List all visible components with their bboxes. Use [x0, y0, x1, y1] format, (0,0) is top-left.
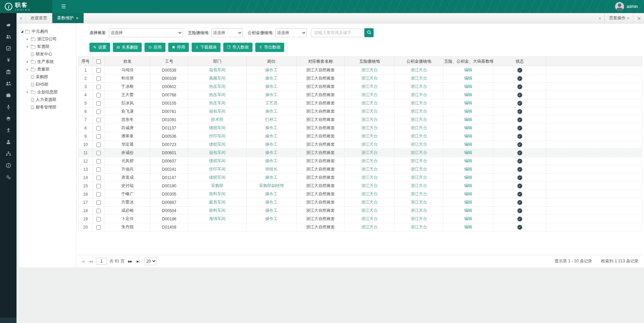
- import-data-button[interactable]: ❐导入数据: [223, 43, 253, 52]
- team-icon[interactable]: [6, 81, 11, 86]
- tree-item[interactable]: ▸质量部: [20, 65, 75, 73]
- tree-item[interactable]: ▸浙江D公司: [20, 35, 75, 43]
- enable-button[interactable]: ⊙启用: [144, 43, 165, 52]
- edit-link[interactable]: 编辑: [464, 109, 472, 114]
- edit-link[interactable]: 编辑: [464, 150, 472, 155]
- export-data-button[interactable]: ⇧导出数据: [255, 43, 284, 52]
- tree-item[interactable]: 人力资源部: [20, 96, 75, 103]
- tree-item[interactable]: 财务管理部: [20, 103, 75, 111]
- caret-expanded-icon[interactable]: ◢: [20, 30, 24, 33]
- search-button[interactable]: [364, 28, 374, 37]
- row-checkbox[interactable]: [96, 118, 101, 122]
- row-checkbox[interactable]: [96, 192, 101, 197]
- collapse-rail-button[interactable]: [0, 317, 17, 323]
- edit-link[interactable]: 编辑: [464, 183, 472, 188]
- row-checkbox[interactable]: [96, 76, 101, 81]
- edit-link[interactable]: 编辑: [464, 200, 472, 205]
- tasks-icon[interactable]: [6, 45, 11, 51]
- insurance-place-select[interactable]: 请选择: [211, 28, 243, 37]
- bank-icon[interactable]: [6, 69, 11, 75]
- edit-link[interactable]: 编辑: [464, 76, 472, 81]
- users-icon[interactable]: [6, 34, 11, 40]
- caret-right-icon[interactable]: ▸: [26, 90, 29, 94]
- tab-scroll-right-icon[interactable]: »: [595, 13, 604, 23]
- org-icon[interactable]: [6, 151, 11, 157]
- tree-item[interactable]: EHS部: [20, 81, 75, 88]
- user-icon[interactable]: [6, 139, 11, 145]
- tree-item[interactable]: 采购部: [20, 73, 75, 81]
- row-checkbox[interactable]: [96, 93, 101, 97]
- page-size-select[interactable]: 20: [144, 257, 157, 265]
- edit-link[interactable]: 编辑: [464, 142, 472, 147]
- row-checkbox[interactable]: [96, 151, 101, 155]
- row-checkbox[interactable]: [96, 167, 101, 172]
- row-checkbox[interactable]: [96, 225, 101, 230]
- next-page-icon[interactable]: ▶▶: [127, 259, 133, 264]
- caret-right-icon[interactable]: ▸: [26, 37, 29, 41]
- last-page-icon[interactable]: ▶|: [136, 259, 140, 264]
- tree-root[interactable]: ◢ 中元易尚: [20, 28, 75, 35]
- mic-icon[interactable]: [6, 104, 11, 110]
- row-checkbox[interactable]: [96, 217, 101, 221]
- tree-item[interactable]: ▸生产系统: [20, 58, 75, 65]
- maximize-icon[interactable]: ⇲: [633, 13, 644, 23]
- caret-right-icon[interactable]: ▸: [26, 45, 29, 48]
- edit-link[interactable]: 编辑: [464, 125, 472, 130]
- prev-page-icon[interactable]: ◀◀: [87, 259, 94, 264]
- row-checkbox[interactable]: [96, 126, 101, 131]
- user-menu[interactable]: admin: [615, 2, 644, 11]
- tree-item[interactable]: ▸军需部: [20, 43, 75, 50]
- briefcase-icon[interactable]: [6, 92, 11, 98]
- menu-toggle-icon[interactable]: ☰: [61, 3, 66, 10]
- edit-link[interactable]: 编辑: [464, 167, 472, 171]
- page-operations-button[interactable]: 页签操作 ▾: [604, 13, 633, 23]
- row-checkbox[interactable]: [96, 184, 101, 188]
- edit-link[interactable]: 编辑: [464, 216, 472, 221]
- edit-link[interactable]: 编辑: [464, 225, 472, 229]
- row-checkbox[interactable]: [96, 159, 101, 164]
- account-select[interactable]: 请选择: [109, 28, 183, 37]
- page-number-input[interactable]: [96, 258, 107, 265]
- tab-base-maintenance[interactable]: 基数维护 ×: [52, 13, 84, 23]
- settings-button[interactable]: ✎设置: [89, 43, 110, 52]
- tree-item[interactable]: ▸企划信息部: [20, 88, 75, 96]
- edit-link[interactable]: 编辑: [464, 208, 472, 213]
- gears-icon[interactable]: [6, 174, 11, 180]
- education-icon[interactable]: [6, 116, 11, 122]
- edit-link[interactable]: 编辑: [464, 101, 472, 105]
- search-input[interactable]: [311, 29, 363, 37]
- tab-close-icon[interactable]: ×: [76, 16, 78, 21]
- row-checkbox[interactable]: [96, 68, 101, 73]
- caret-right-icon[interactable]: ▸: [26, 60, 29, 63]
- tab-scroll-left-icon[interactable]: «: [17, 13, 26, 23]
- row-checkbox[interactable]: [96, 134, 101, 139]
- figure-icon[interactable]: [6, 127, 11, 133]
- first-page-icon[interactable]: |◀: [80, 259, 85, 264]
- edit-link[interactable]: 编辑: [464, 158, 472, 163]
- row-checkbox[interactable]: [96, 85, 101, 89]
- edit-link[interactable]: 编辑: [464, 191, 472, 196]
- tab-welcome[interactable]: 欢迎首页: [26, 13, 52, 23]
- edit-link[interactable]: 编辑: [464, 67, 472, 72]
- edit-link[interactable]: 编辑: [464, 134, 472, 138]
- row-checkbox[interactable]: [96, 143, 101, 147]
- download-module-button[interactable]: ⇩下载模块: [192, 43, 221, 52]
- row-checkbox[interactable]: [96, 176, 101, 180]
- row-checkbox[interactable]: [96, 209, 101, 213]
- relation-delete-button[interactable]: ⊟关系删除: [113, 43, 142, 52]
- disable-button[interactable]: ✖停用: [168, 43, 189, 52]
- edit-link[interactable]: 编辑: [464, 84, 472, 89]
- edit-link[interactable]: 编辑: [464, 175, 472, 180]
- row-checkbox[interactable]: [96, 110, 101, 114]
- cloud-icon[interactable]: [6, 22, 11, 28]
- edit-link[interactable]: 编辑: [464, 117, 472, 122]
- row-checkbox[interactable]: [96, 200, 101, 205]
- tree-item[interactable]: 研发中心: [20, 50, 75, 58]
- caret-right-icon[interactable]: ▸: [26, 67, 29, 71]
- salary-icon[interactable]: ¥: [6, 57, 11, 63]
- edit-link[interactable]: 编辑: [464, 92, 472, 97]
- fund-place-select[interactable]: 请选择: [275, 28, 307, 37]
- info-icon[interactable]: [6, 163, 11, 168]
- row-checkbox[interactable]: [96, 101, 101, 106]
- select-all-checkbox[interactable]: [96, 59, 101, 64]
